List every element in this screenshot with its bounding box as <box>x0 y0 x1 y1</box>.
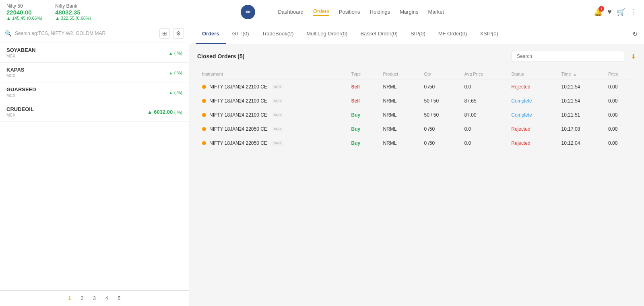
cell-time: 10:12:04 <box>557 136 604 150</box>
list-item[interactable]: SOYABEAN MCX ▲ ( %) <box>0 43 189 63</box>
tab-sip[interactable]: SIP(0) <box>404 24 432 44</box>
list-item[interactable]: GUARSEED MCX ▲ ( %) <box>0 82 189 102</box>
grid-view-icon[interactable]: ⊞ <box>159 28 170 39</box>
cell-type: Buy <box>347 122 378 136</box>
instrument-dot <box>202 113 206 117</box>
sidebar-pagination: 1 2 3 4 5 <box>0 290 189 306</box>
nav-margins[interactable]: Margins <box>400 9 418 15</box>
orders-search-input[interactable] <box>517 53 619 59</box>
tab-basket[interactable]: Basket Order(0) <box>354 24 404 44</box>
cell-type: Buy <box>347 136 378 150</box>
more-icon[interactable]: ⋮ <box>630 8 638 16</box>
table-row[interactable]: NIFTY 18JAN24 22100 CE NFO Sell NRML 50 … <box>197 94 636 108</box>
niftybank-label: Nifty Bank <box>55 3 91 9</box>
settings-icon[interactable]: ⚙ <box>173 28 184 39</box>
cell-qty: 50 / 50 <box>419 94 460 108</box>
cell-price: 0.00 <box>603 108 636 122</box>
tab-multileg[interactable]: MultiLeg Order(0) <box>300 24 354 44</box>
exchange-tag: NFO <box>272 84 283 89</box>
cell-avg-price: 0.0 <box>460 80 507 94</box>
tab-xsip[interactable]: XSIP(0) <box>473 24 505 44</box>
exchange-label: MCX <box>6 93 36 98</box>
list-item[interactable]: KAPAS MCX ▲ ( %) <box>0 63 189 82</box>
nav-market[interactable]: Market <box>428 9 444 15</box>
table-row[interactable]: NIFTY 18JAN24 22100 CE NFO Sell NRML 0 /… <box>197 80 636 94</box>
nav-orders[interactable]: Orders <box>313 8 329 16</box>
cell-status: Rejected <box>506 122 556 136</box>
wishlist-icon[interactable]: ♥ <box>607 8 612 16</box>
page-5[interactable]: 5 <box>118 296 121 301</box>
orders-search-box <box>512 51 624 62</box>
logo-icon: ∞ <box>241 5 255 19</box>
exchange-tag: NFO <box>272 99 283 103</box>
table-row[interactable]: NIFTY 18JAN24 22050 CE NFO Buy NRML 0 /5… <box>197 122 636 136</box>
col-status: Status <box>506 68 556 80</box>
cell-product: NRML <box>378 94 419 108</box>
arrow-icon: ▲ <box>169 51 173 55</box>
cell-type: Sell <box>347 80 378 94</box>
cell-price: 0.00 <box>603 94 636 108</box>
main-nav: Dashboard Orders Positions Holdings Marg… <box>278 8 444 16</box>
refresh-icon[interactable]: ↻ <box>632 30 638 38</box>
order-type: Sell <box>351 84 360 90</box>
cell-price: 0.00 <box>603 122 636 136</box>
page-2[interactable]: 2 <box>80 296 83 301</box>
tab-gtt[interactable]: GTT(0) <box>226 24 256 44</box>
cell-time: 10:21:54 <box>557 80 604 94</box>
order-type: Sell <box>351 98 360 104</box>
price-change: ( %) <box>174 70 182 75</box>
list-item[interactable]: CRUDEOIL MCX ▲ 6032.00 ( %) <box>0 102 189 122</box>
col-qty: Qty <box>419 68 460 80</box>
exchange-tag: NFO <box>272 127 283 131</box>
cart-icon[interactable]: 🛒 <box>617 8 625 16</box>
price-change: ( %) <box>174 51 182 55</box>
cell-status: Complete <box>506 94 556 108</box>
notification-icon[interactable]: 🔔 1 <box>594 8 603 16</box>
instrument-name: KAPAS <box>6 67 25 73</box>
order-type: Buy <box>351 140 361 146</box>
instrument-name: NIFTY 18JAN24 22050 CE <box>209 126 267 132</box>
cell-time: 10:21:51 <box>557 108 604 122</box>
nav-dashboard[interactable]: Dashboard <box>278 9 303 15</box>
col-time: Time ▲ <box>557 68 604 80</box>
sidebar: 🔍 ⊞ ⚙ SOYABEAN MCX ▲ ( %) KAPAS MCX <box>0 24 189 306</box>
download-icon[interactable]: ⬇ <box>631 53 636 60</box>
cell-qty: 0 /50 <box>419 80 460 94</box>
order-status: Rejected <box>511 84 530 90</box>
tabs-bar: Orders GTT(0) TradeBook(2) MultiLeg Orde… <box>189 24 644 44</box>
niftybank-change: ▲ 322.55 (0.68%) <box>55 16 91 21</box>
table-row[interactable]: NIFTY 18JAN24 22050 CE NFO Buy NRML 0 /5… <box>197 136 636 150</box>
exchange-label: MCX <box>6 54 35 58</box>
search-input[interactable] <box>15 31 156 36</box>
nav-holdings[interactable]: Holdings <box>370 9 390 15</box>
niftybank-index[interactable]: Nifty Bank 48032.35 ▲ 322.55 (0.68%) <box>55 3 91 21</box>
tab-orders[interactable]: Orders <box>196 24 226 44</box>
orders-content: Closed Orders (5) ⬇ Instrument Type Prod… <box>189 44 644 306</box>
order-status: Complete <box>511 98 532 104</box>
page-3[interactable]: 3 <box>93 296 96 301</box>
page-4[interactable]: 4 <box>105 296 108 301</box>
cell-product: NRML <box>378 136 419 150</box>
cell-avg-price: 0.0 <box>460 136 507 150</box>
instrument-dot <box>202 127 206 131</box>
col-type: Type <box>347 68 378 80</box>
col-instrument: Instrument <box>197 68 347 80</box>
instrument-dot <box>202 85 206 89</box>
app-logo[interactable]: ∞ <box>241 5 255 19</box>
tab-mforder[interactable]: MF Order(0) <box>432 24 474 44</box>
cell-price: 0.00 <box>603 80 636 94</box>
arrow-icon: ▲ <box>169 90 173 95</box>
nifty50-index[interactable]: Nifty 50 22040.00 ▲ 145.45 (0.66%) <box>6 3 42 21</box>
cell-product: NRML <box>378 122 419 136</box>
exchange-label: MCX <box>6 74 25 78</box>
table-row[interactable]: NIFTY 18JAN24 22100 CE NFO Buy NRML 50 /… <box>197 108 636 122</box>
tab-tradebook[interactable]: TradeBook(2) <box>256 24 300 44</box>
page-1[interactable]: 1 <box>68 296 71 301</box>
nav-positions[interactable]: Positions <box>339 9 360 15</box>
niftybank-value: 48032.35 <box>55 9 91 16</box>
cell-type: Buy <box>347 108 378 122</box>
orders-header: Closed Orders (5) ⬇ <box>197 51 636 62</box>
orders-table: Instrument Type Product Qty Avg Price St… <box>197 68 636 150</box>
col-product: Product <box>378 68 419 80</box>
cell-price: 0.00 <box>603 136 636 150</box>
